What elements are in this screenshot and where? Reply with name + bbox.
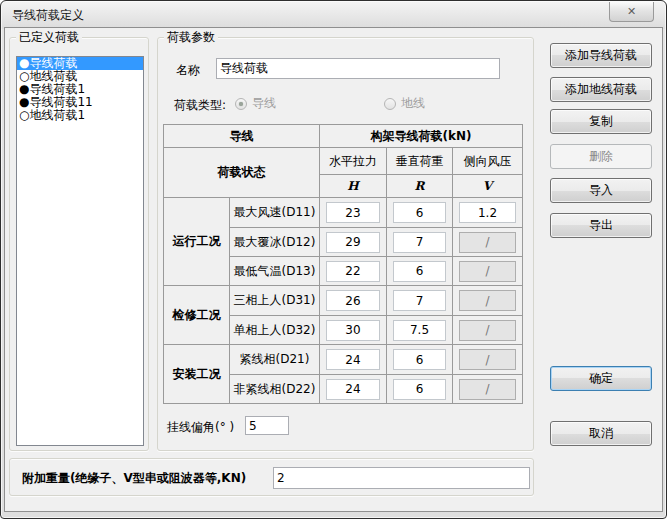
input-d31-v	[459, 290, 516, 311]
name-input[interactable]	[216, 58, 500, 79]
row-label-three-phase: 三相上人(D31)	[230, 286, 320, 316]
table-header-vertical-load: 垂直荷重	[387, 148, 453, 175]
input-d31-r[interactable]	[393, 290, 446, 311]
input-d11-h[interactable]	[326, 202, 380, 223]
input-d13-v	[459, 261, 516, 282]
radio-conductor[interactable]: 导线	[235, 95, 276, 112]
import-button[interactable]: 导入	[550, 178, 652, 203]
input-d22-v	[459, 379, 516, 400]
name-label: 名称	[176, 62, 200, 79]
group-maintenance: 检修工况	[164, 286, 230, 345]
table-header-horizontal-tension: 水平拉力	[320, 148, 387, 175]
input-d21-h[interactable]	[326, 349, 380, 370]
extra-weight-group: 附加重量(绝缘子、V型串或阻波器等,KN)	[9, 458, 534, 496]
radio-ground-icon[interactable]	[384, 98, 396, 110]
table-header-lateral-wind: 侧向风压	[453, 148, 523, 175]
input-d13-r[interactable]	[393, 261, 446, 282]
input-d31-h[interactable]	[326, 290, 380, 311]
symbol-R: R	[387, 175, 453, 198]
dialog-title: 导线荷载定义	[12, 7, 84, 24]
row-label-single-phase: 单相上人(D32)	[230, 316, 320, 345]
radio-conductor-label: 导线	[252, 95, 276, 112]
defined-loads-group-label: 已定义荷载	[16, 30, 82, 44]
input-d32-v	[459, 320, 516, 341]
input-d32-h[interactable]	[326, 320, 380, 341]
input-d12-h[interactable]	[326, 232, 380, 253]
cancel-button[interactable]: 取消	[550, 421, 652, 446]
title-bar[interactable]: 导线荷载定义 ✕	[1, 1, 666, 27]
load-params-group: 荷载参数 名称 荷载类型: 导线 地线 导线 构架导线荷载(kN)	[157, 37, 534, 451]
load-table: 导线 构架导线荷载(kN) 荷载状态 水平拉力 垂直荷重 侧向风压 H R V …	[163, 124, 523, 404]
input-d21-v	[459, 349, 516, 370]
input-d21-r[interactable]	[393, 349, 446, 370]
table-row: 运行工况 最大风速(D11)	[164, 198, 523, 228]
table-row: 检修工况 三相上人(D31)	[164, 286, 523, 316]
table-row: 安装工况 紧线相(D21)	[164, 345, 523, 375]
delete-button: 删除	[550, 144, 652, 169]
table-header-frame-load: 构架导线荷载(kN)	[320, 125, 523, 148]
group-installation: 安装工况	[164, 345, 230, 404]
extra-weight-label: 附加重量(绝缘子、V型串或阻波器等,KN)	[22, 470, 246, 487]
input-d13-h[interactable]	[326, 261, 380, 282]
input-d11-v[interactable]	[459, 202, 516, 223]
load-type-label: 荷载类型:	[174, 97, 226, 114]
dialog-client-area: 已定义荷载 ●导线荷载 ○地线荷载 ●导线荷载1 ●导线荷载11 ○地线荷载1 …	[4, 27, 663, 512]
row-label-max-wind: 最大风速(D11)	[230, 198, 320, 228]
group-operating: 运行工况	[164, 198, 230, 286]
row-label-min-temp: 最低气温(D13)	[230, 257, 320, 286]
input-d22-h[interactable]	[326, 379, 380, 400]
radio-ground-label: 地线	[401, 95, 425, 112]
copy-button[interactable]: 复制	[550, 109, 652, 134]
input-d32-r[interactable]	[393, 320, 446, 341]
table-header-conductor: 导线	[164, 125, 320, 148]
radio-ground[interactable]: 地线	[384, 95, 425, 112]
load-params-group-label: 荷载参数	[164, 30, 218, 44]
row-label-non-tension-phase: 非紧线相(D22)	[230, 375, 320, 404]
list-item-ground-load-1[interactable]: ○地线荷载1	[17, 109, 143, 122]
export-button[interactable]: 导出	[550, 213, 652, 238]
add-ground-load-button[interactable]: 添加地线荷载	[550, 77, 652, 102]
defined-loads-group: 已定义荷载 ●导线荷载 ○地线荷载 ●导线荷载1 ●导线荷载11 ○地线荷载1	[9, 37, 149, 451]
input-d11-r[interactable]	[393, 202, 446, 223]
hang-angle-label: 挂线偏角(° )	[167, 419, 234, 436]
ok-button[interactable]: 确定	[550, 366, 652, 391]
input-d12-v	[459, 232, 516, 253]
symbol-H: H	[320, 175, 387, 198]
dialog-window: 导线荷载定义 ✕ 已定义荷载 ●导线荷载 ○地线荷载 ●导线荷载1 ●导线荷载1…	[0, 0, 667, 519]
add-conductor-load-button[interactable]: 添加导线荷载	[550, 43, 652, 68]
table-header-state: 荷载状态	[164, 148, 320, 198]
row-label-max-ice: 最大覆冰(D12)	[230, 228, 320, 257]
input-d12-r[interactable]	[393, 232, 446, 253]
close-icon[interactable]: ✕	[609, 2, 654, 22]
hang-angle-input[interactable]	[245, 416, 289, 435]
radio-conductor-icon[interactable]	[235, 98, 247, 110]
symbol-V: V	[453, 175, 523, 198]
defined-loads-listbox[interactable]: ●导线荷载 ○地线荷载 ●导线荷载1 ●导线荷载11 ○地线荷载1	[16, 56, 144, 446]
extra-weight-input[interactable]	[273, 467, 530, 489]
input-d22-r[interactable]	[393, 379, 446, 400]
row-label-tension-phase: 紧线相(D21)	[230, 345, 320, 375]
